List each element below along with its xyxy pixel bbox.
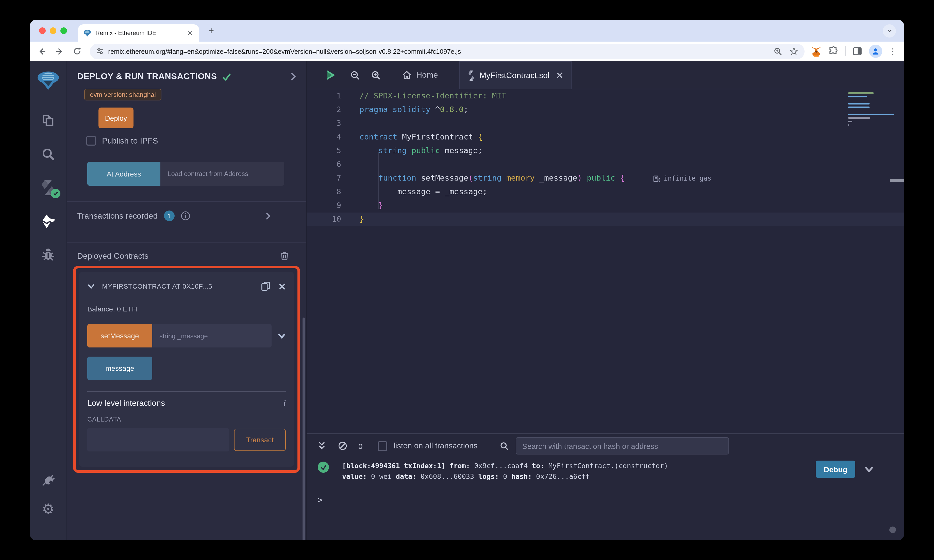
info-circle-icon[interactable] <box>180 211 190 221</box>
code-text: contract MyFirstContract { <box>359 130 482 144</box>
code-line[interactable]: 6 <box>307 158 904 171</box>
at-address-button[interactable]: At Address <box>87 162 160 186</box>
code-text: } <box>359 212 364 226</box>
check-icon <box>222 72 232 82</box>
chevron-right-icon[interactable] <box>290 72 296 81</box>
set-message-row: setMessage <box>87 324 286 348</box>
browser-tab[interactable]: Remix - Ethereum IDE ✕ <box>78 25 199 42</box>
side-panel-icon[interactable] <box>852 46 862 56</box>
zoom-page-icon[interactable] <box>774 47 782 55</box>
tab-search-button[interactable] <box>883 24 896 37</box>
profile-avatar[interactable] <box>869 45 882 58</box>
code-line[interactable]: 2pragma solidity ^0.8.0; <box>307 103 904 117</box>
editor-minimap[interactable] <box>848 92 899 128</box>
debug-button[interactable]: Debug <box>816 461 855 478</box>
evm-version-badge: evm version: shanghai <box>84 89 162 100</box>
code-text: function setMessage(string memory _messa… <box>359 171 624 185</box>
code-line[interactable]: 3 <box>307 117 904 130</box>
minimap-line <box>848 92 873 94</box>
tab-title: Remix - Ethereum IDE <box>96 29 186 37</box>
maximize-window-button[interactable] <box>60 28 67 34</box>
back-icon[interactable] <box>37 46 47 56</box>
code-line[interactable]: 1// SPDX-License-Identifier: MIT <box>307 89 904 103</box>
plugin-manager-icon[interactable] <box>41 472 56 488</box>
clear-console-icon[interactable] <box>338 441 347 451</box>
set-message-button[interactable]: setMessage <box>87 324 152 348</box>
code-editor[interactable]: 1// SPDX-License-Identifier: MIT2pragma … <box>307 89 904 433</box>
deployed-contracts-label: Deployed Contracts <box>77 251 148 260</box>
code-line[interactable]: 5 string public message; <box>307 144 904 158</box>
browser-toolbar: remix.ethereum.org/#lang=en&optimize=fal… <box>30 42 904 62</box>
line-number: 8 <box>307 185 359 199</box>
tab-home[interactable]: Home <box>402 71 438 80</box>
bookmark-star-icon[interactable] <box>789 47 798 56</box>
code-line[interactable]: 7 function setMessage(string memory _mes… <box>307 171 904 185</box>
deploy-run-icon[interactable] <box>41 214 56 229</box>
close-tab-icon[interactable] <box>556 72 563 78</box>
code-line[interactable]: 9 } <box>307 199 904 212</box>
at-address-input[interactable] <box>160 162 284 186</box>
gas-annotation: infinite gas <box>653 171 711 185</box>
contract-card-header[interactable]: MYFIRSTCONTRACT AT 0X10F...5 <box>87 281 286 292</box>
transactions-count-badge: 1 <box>164 211 174 221</box>
collapse-terminal-icon[interactable] <box>318 441 326 451</box>
search-icon[interactable] <box>41 146 56 162</box>
new-tab-button[interactable]: + <box>204 24 218 38</box>
zoom-in-icon[interactable] <box>371 70 381 80</box>
chevron-down-icon[interactable] <box>277 333 286 339</box>
desktop: Remix - Ethereum IDE ✕ + re <box>0 0 934 560</box>
metamask-icon[interactable] <box>811 46 822 57</box>
solidity-compiler-icon[interactable] <box>41 180 56 195</box>
copy-icon[interactable] <box>261 281 271 292</box>
tab-myfirstcontract[interactable]: MyFirstContract.sol <box>459 61 572 89</box>
minimap-line <box>848 121 852 122</box>
debugger-icon[interactable] <box>41 247 56 262</box>
deploy-run-panel: DEPLOY & RUN TRANSACTIONS evm version: s… <box>67 62 307 540</box>
editor-scrollbar[interactable] <box>890 179 904 182</box>
set-message-input[interactable] <box>152 324 271 348</box>
chevron-right-icon[interactable] <box>265 212 271 220</box>
window-controls <box>39 28 67 34</box>
low-level-row: Low level interactions i <box>87 399 286 408</box>
minimize-window-button[interactable] <box>50 28 56 34</box>
close-window-button[interactable] <box>39 28 46 34</box>
publish-ipfs-checkbox[interactable] <box>86 136 96 146</box>
transactions-recorded-row[interactable]: Transactions recorded 1 <box>67 202 306 229</box>
tune-icon[interactable] <box>96 47 104 55</box>
run-script-icon[interactable] <box>326 69 336 81</box>
remix-favicon <box>83 29 91 37</box>
settings-gear-icon[interactable]: ⚙ <box>41 502 56 517</box>
info-icon[interactable]: i <box>284 399 286 408</box>
terminal-scroll-dot[interactable] <box>889 526 896 533</box>
code-lines: 1// SPDX-License-Identifier: MIT2pragma … <box>307 89 904 226</box>
message-button[interactable]: message <box>87 357 152 380</box>
remix-logo[interactable] <box>36 68 60 93</box>
deploy-button[interactable]: Deploy <box>99 108 134 128</box>
panel-scrollbar[interactable] <box>302 317 305 540</box>
reload-icon[interactable] <box>72 47 82 56</box>
zoom-out-icon[interactable] <box>350 70 360 80</box>
url-text[interactable]: remix.ethereum.org/#lang=en&optimize=fal… <box>108 48 766 55</box>
tab-close-icon[interactable]: ✕ <box>186 29 194 37</box>
address-bar[interactable]: remix.ethereum.org/#lang=en&optimize=fal… <box>90 43 805 59</box>
panel-title: DEPLOY & RUN TRANSACTIONS <box>77 72 217 82</box>
chevron-down-icon[interactable] <box>865 466 874 472</box>
calldata-input[interactable] <box>87 428 229 451</box>
trash-icon[interactable] <box>280 251 289 261</box>
chevron-down-icon[interactable] <box>87 283 95 289</box>
close-icon[interactable] <box>279 283 286 290</box>
code-line[interactable]: 10} <box>307 212 904 226</box>
calldata-row: Transact <box>87 428 286 451</box>
terminal-search-input[interactable] <box>516 437 729 454</box>
forward-icon[interactable] <box>55 46 65 56</box>
tx-success-check-icon <box>318 462 329 473</box>
extensions-icon[interactable] <box>828 46 838 56</box>
listen-all-checkbox[interactable] <box>378 441 388 451</box>
terminal-prompt[interactable]: > <box>318 495 904 505</box>
transact-button[interactable]: Transact <box>234 429 286 451</box>
file-explorer-icon[interactable] <box>41 113 56 128</box>
code-line[interactable]: 4contract MyFirstContract { <box>307 130 904 144</box>
code-line[interactable]: 8 message = _message; <box>307 185 904 199</box>
browser-menu-icon[interactable]: ⋮ <box>889 46 897 56</box>
solidity-file-icon <box>468 70 474 80</box>
